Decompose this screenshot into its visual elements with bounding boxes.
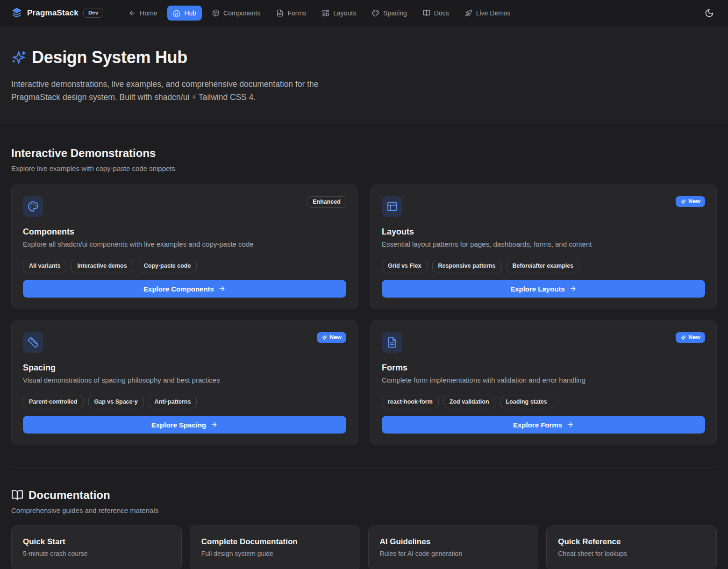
brand[interactable]: PragmaStack Dev [11, 7, 103, 19]
card-description: Visual demonstrations of spacing philoso… [23, 376, 346, 384]
hero-description: Interactive demonstrations, live example… [11, 78, 359, 104]
enhanced-badge: Enhanced [307, 196, 346, 208]
doc-card-quick-reference[interactable]: Quick Reference Cheat sheet for lookups [546, 526, 717, 569]
docs-section-subtitle: Comprehensive guides and reference mater… [11, 506, 717, 514]
card-tags: All variants Interactive demos Copy-past… [23, 260, 346, 272]
rocket-icon [465, 9, 472, 17]
package-icon [212, 9, 220, 17]
arrow-right-icon [210, 421, 218, 428]
explore-spacing-button[interactable]: Explore Spacing [23, 416, 346, 434]
doc-card-quick-start[interactable]: Quick Start 5-minute crash course [11, 526, 182, 569]
nav-items: Home Hub Components Forms Layouts [123, 6, 516, 21]
doc-card-title: AI Guidelines [380, 537, 527, 547]
tag: Parent-controlled [23, 396, 84, 408]
docs-section-title: Documentation [29, 489, 110, 502]
tag: Before/after examples [507, 260, 580, 272]
palette-icon [372, 9, 379, 17]
demo-card-components: Enhanced Components Explore all shadcn/u… [11, 185, 358, 309]
card-title: Spacing [23, 363, 346, 373]
nav-item-home[interactable]: Home [123, 6, 163, 21]
card-description: Complete form implementations with valid… [382, 376, 705, 384]
new-badge: New [676, 196, 705, 207]
arrow-right-icon [569, 285, 577, 292]
nav-item-hub[interactable]: Hub [167, 6, 202, 21]
doc-card-complete-documentation[interactable]: Complete Documentation Full design syste… [190, 526, 360, 569]
layout-grid-icon [322, 9, 329, 17]
hero: Design System Hub Interactive demonstrat… [0, 26, 728, 124]
doc-card-description: Full design system guide [201, 550, 349, 557]
card-tags: Grid vs Flex Responsive patterns Before/… [382, 260, 705, 272]
moon-icon [705, 8, 714, 18]
doc-card-description: 5-minute crash course [23, 550, 170, 557]
doc-card-title: Complete Documentation [201, 537, 349, 547]
doc-card-ai-guidelines[interactable]: AI Guidelines Rules for AI code generati… [368, 526, 539, 569]
demo-card-spacing: New Spacing Visual demonstrations of spa… [11, 320, 358, 445]
book-open-icon [423, 9, 430, 17]
theme-toggle-button[interactable] [702, 6, 717, 21]
tag: Grid vs Flex [382, 260, 428, 272]
card-description: Essential layout patterns for pages, das… [382, 240, 705, 248]
tag: Responsive patterns [432, 260, 502, 272]
tag: Gap vs Space-y [88, 396, 144, 408]
card-tags: Parent-controlled Gap vs Space-y Anti-pa… [23, 396, 346, 408]
file-text-icon [382, 332, 402, 353]
doc-card-title: Quick Reference [558, 537, 705, 547]
new-badge: New [317, 332, 346, 343]
book-open-icon [11, 489, 23, 501]
new-badge: New [676, 332, 705, 343]
navbar: PragmaStack Dev Home Hub Components Fo [0, 0, 728, 26]
doc-grid: Quick Start 5-minute crash course Comple… [11, 526, 717, 569]
tag: Loading states [500, 396, 553, 408]
demo-card-forms: New Forms Complete form implementations … [370, 320, 717, 445]
tag: Zod validation [443, 396, 495, 408]
doc-card-description: Rules for AI code generation [380, 550, 527, 557]
section-divider [11, 468, 717, 468]
sparkles-icon [680, 199, 686, 205]
explore-components-button[interactable]: Explore Components [23, 280, 346, 298]
arrow-right-icon [566, 421, 574, 428]
doc-card-description: Cheat sheet for lookups [558, 550, 705, 557]
card-title: Layouts [382, 227, 705, 237]
file-text-icon [276, 9, 284, 17]
sparkles-icon [11, 50, 26, 65]
layers-icon [11, 7, 22, 19]
demo-card-layouts: New Layouts Essential layout patterns fo… [370, 185, 717, 309]
card-description: Explore all shadcn/ui components with li… [23, 240, 346, 248]
tag: Anti-patterns [149, 396, 197, 408]
sparkles-icon [680, 335, 686, 341]
tag: Interactive demos [71, 260, 133, 272]
nav-item-components[interactable]: Components [207, 6, 266, 21]
card-title: Components [23, 227, 346, 237]
home-icon [173, 9, 180, 17]
layout-panels-icon [382, 196, 402, 217]
nav-item-docs[interactable]: Docs [417, 6, 455, 21]
brand-name: PragmaStack [27, 8, 79, 18]
demos-section-subtitle: Explore live examples with copy-paste co… [11, 164, 717, 172]
ruler-icon [23, 332, 43, 353]
nav-item-layouts[interactable]: Layouts [316, 6, 362, 21]
dev-badge: Dev [83, 8, 103, 18]
demos-section-title: Interactive Demonstrations [11, 147, 717, 160]
demo-grid: Enhanced Components Explore all shadcn/u… [11, 185, 717, 445]
nav-item-live-demos[interactable]: Live Demos [459, 6, 516, 21]
page-title: Design System Hub [32, 48, 187, 67]
explore-forms-button[interactable]: Explore Forms [382, 416, 705, 434]
main-content: Interactive Demonstrations Explore live … [0, 147, 728, 569]
arrow-right-icon [218, 285, 226, 292]
tag: Copy-paste code [138, 260, 197, 272]
card-title: Forms [382, 363, 705, 373]
palette-icon [23, 196, 43, 217]
nav-item-forms[interactable]: Forms [271, 6, 312, 21]
tag: react-hook-form [382, 396, 439, 408]
explore-layouts-button[interactable]: Explore Layouts [382, 280, 705, 298]
tag: All variants [23, 260, 66, 272]
arrow-left-icon [128, 9, 136, 17]
sparkles-icon [321, 335, 327, 341]
card-tags: react-hook-form Zod validation Loading s… [382, 396, 705, 408]
doc-card-title: Quick Start [23, 537, 170, 547]
nav-item-spacing[interactable]: Spacing [366, 6, 413, 21]
